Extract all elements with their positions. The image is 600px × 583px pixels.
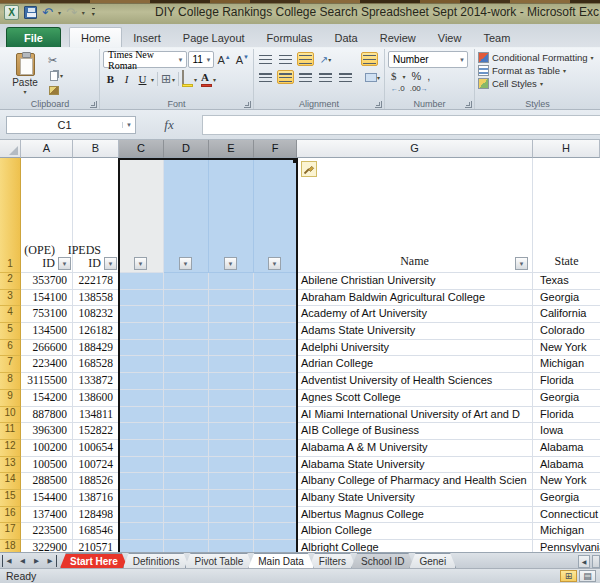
cell-A4[interactable]: 753100 [21, 306, 73, 323]
cell-F15[interactable] [254, 490, 297, 507]
cell-D3[interactable] [164, 290, 209, 307]
ribbon-tab-team[interactable]: Team [472, 28, 521, 47]
last-sheet-button[interactable]: ▶ [44, 555, 57, 567]
excel-app-icon[interactable]: X [4, 5, 19, 20]
sheet-tab-filters[interactable]: Filters [309, 553, 356, 568]
ribbon-tab-formulas[interactable]: Formulas [256, 28, 324, 47]
customize-quick-access-icon[interactable]: ▾ [92, 8, 95, 17]
cell-G9[interactable]: Agnes Scott College [297, 390, 533, 407]
borders-dropdown-icon[interactable]: ▾ [172, 76, 175, 83]
next-sheet-button[interactable]: ▶ [30, 555, 43, 567]
cell-E1[interactable]: ▼ [209, 158, 254, 273]
cell-H6[interactable]: New York [533, 340, 600, 357]
cell-B13[interactable]: 100724 [73, 457, 119, 474]
decrease-decimal-button[interactable]: .00→ [410, 84, 428, 93]
tab-splitter[interactable] [592, 555, 600, 568]
cell-H11[interactable]: Iowa [533, 423, 600, 440]
top-align-button[interactable] [257, 52, 274, 66]
column-header-H[interactable]: H [533, 140, 600, 158]
cell-F3[interactable] [254, 290, 297, 307]
cell-C9[interactable] [119, 390, 164, 407]
cell-H2[interactable]: Texas [533, 273, 600, 290]
paste-button[interactable]: Paste ▾ [4, 51, 46, 96]
cell-B12[interactable]: 100654 [73, 440, 119, 457]
column-header-D[interactable]: D [164, 140, 209, 158]
cell-B15[interactable]: 138716 [73, 490, 119, 507]
cell-F10[interactable] [254, 407, 297, 424]
cell-C7[interactable] [119, 356, 164, 373]
cell-F4[interactable] [254, 306, 297, 323]
cell-H18[interactable]: Pennsylvania [533, 540, 600, 552]
cell-H8[interactable]: Florida [533, 373, 600, 390]
copy-button[interactable]: ▾ [48, 70, 63, 82]
filter-button[interactable]: ▼ [224, 257, 237, 270]
cell-D9[interactable] [164, 390, 209, 407]
format-as-table-button[interactable]: Format as Table▾ [478, 65, 598, 76]
cell-H1[interactable]: State [533, 158, 600, 273]
cell-A3[interactable]: 154100 [21, 290, 73, 307]
cell-G5[interactable]: Adams State University [297, 323, 533, 340]
cell-F8[interactable] [254, 373, 297, 390]
redo-icon[interactable]: ↷ [66, 6, 77, 19]
row-header-10[interactable]: 10 [0, 407, 21, 424]
paste-dropdown-icon[interactable]: ▾ [23, 88, 26, 95]
cell-F12[interactable] [254, 440, 297, 457]
cell-B11[interactable]: 152822 [73, 423, 119, 440]
cell-D5[interactable] [164, 323, 209, 340]
cell-E14[interactable] [209, 473, 254, 490]
cell-F13[interactable] [254, 457, 297, 474]
shrink-font-button[interactable]: A▼ [234, 54, 251, 66]
cell-F16[interactable] [254, 507, 297, 524]
cell-E6[interactable] [209, 340, 254, 357]
dialog-launcher-icon[interactable] [375, 101, 382, 108]
cell-H4[interactable]: California [533, 306, 600, 323]
cell-F7[interactable] [254, 356, 297, 373]
tab-scroll-left-button[interactable]: ◀ [578, 555, 590, 568]
normal-view-button[interactable]: ⊞ [560, 570, 577, 582]
align-left-button[interactable] [257, 70, 274, 84]
ribbon-tab-view[interactable]: View [427, 28, 473, 47]
cell-H5[interactable]: Colorado [533, 323, 600, 340]
ribbon-tab-review[interactable]: Review [369, 28, 427, 47]
underline-button[interactable]: U [135, 72, 150, 87]
cell-D13[interactable] [164, 457, 209, 474]
cell-D10[interactable] [164, 407, 209, 424]
cell-B17[interactable]: 168546 [73, 523, 119, 540]
accounting-format-button[interactable]: $ [391, 70, 397, 82]
sheet-tab-pivot-table[interactable]: Pivot Table [185, 553, 254, 568]
cell-B6[interactable]: 188429 [73, 340, 119, 357]
cell-D2[interactable] [164, 273, 209, 290]
row-header-9[interactable]: 9 [0, 390, 21, 407]
row-header-15[interactable]: 15 [0, 490, 21, 507]
font-color-dropdown-icon[interactable]: ▾ [213, 76, 216, 83]
redo-dropdown-icon[interactable]: ▾ [82, 9, 85, 16]
cell-A11[interactable]: 396300 [21, 423, 73, 440]
cell-E9[interactable] [209, 390, 254, 407]
ribbon-tab-data[interactable]: Data [323, 28, 368, 47]
cell-G17[interactable]: Albion College [297, 523, 533, 540]
cell-A2[interactable]: 353700 [21, 273, 73, 290]
cell-D7[interactable] [164, 356, 209, 373]
underline-dropdown-icon[interactable]: ▾ [151, 76, 154, 83]
cell-F11[interactable] [254, 423, 297, 440]
cell-D18[interactable] [164, 540, 209, 552]
comma-button[interactable]: , [427, 70, 430, 82]
increase-indent-button[interactable] [337, 70, 354, 84]
cell-B4[interactable]: 108232 [73, 306, 119, 323]
cell-A10[interactable]: 887800 [21, 407, 73, 424]
cell-C15[interactable] [119, 490, 164, 507]
name-box[interactable]: C1 ▼ [6, 116, 136, 134]
fill-color-dropdown-icon[interactable]: ▾ [194, 76, 197, 83]
column-header-E[interactable]: E [209, 140, 254, 158]
cell-C11[interactable] [119, 423, 164, 440]
cell-B14[interactable]: 188526 [73, 473, 119, 490]
row-header-1[interactable]: 1 [0, 158, 21, 273]
cell-A13[interactable]: 100500 [21, 457, 73, 474]
cell-A9[interactable]: 154200 [21, 390, 73, 407]
cell-B18[interactable]: 210571 [73, 540, 119, 552]
save-icon[interactable] [24, 6, 37, 19]
row-header-13[interactable]: 13 [0, 457, 21, 474]
cell-C10[interactable] [119, 407, 164, 424]
cell-E4[interactable] [209, 306, 254, 323]
cell-E5[interactable] [209, 323, 254, 340]
